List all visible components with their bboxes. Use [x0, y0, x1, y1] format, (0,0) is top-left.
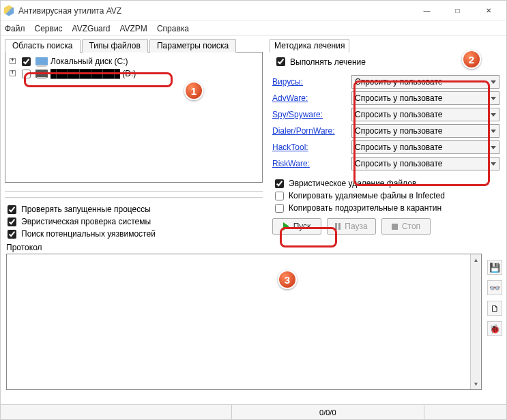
tab-search-params[interactable]: Параметры поиска — [149, 39, 236, 52]
left-tabs: Область поиска Типы файлов Параметры пои… — [5, 39, 263, 52]
start-label: Пуск — [293, 222, 311, 231]
threat-row-hacktool: HackTool: Спросить у пользовате — [272, 139, 499, 155]
scrollbar[interactable]: ▲ ▼ — [470, 254, 481, 389]
drive-tree[interactable]: Локальный диск (C:) ████████████ (D:) — [5, 52, 263, 183]
tree-row-c[interactable]: Локальный диск (C:) — [5, 55, 262, 68]
opt-copy-infected[interactable]: Копировать удаляемые файлы в Infected — [272, 190, 502, 202]
status-counts: 0/0/0 — [232, 405, 424, 419]
check-vulns[interactable] — [8, 230, 16, 239]
opt-heuristics[interactable]: Эвристическая проверка системы — [5, 215, 263, 228]
threat-grid: Вирусы: Спросить у пользовате AdvWare: С… — [270, 72, 502, 175]
side-toolbar: 💾 👓 🗋 🐞 — [487, 260, 502, 336]
protocol-label: Протокол — [1, 240, 506, 254]
chevron-down-icon — [491, 146, 496, 149]
start-button[interactable]: Пуск — [272, 218, 321, 235]
menu-help[interactable]: Справка — [157, 24, 189, 33]
expand-icon[interactable] — [10, 58, 16, 64]
label-heuristics: Эвристическая проверка системы — [21, 217, 151, 226]
app-icon — [3, 5, 14, 16]
status-bar: 0/0/0 — [1, 404, 506, 419]
menu-bar: Файл Сервис AVZGuard AVZPM Справка — [1, 21, 506, 36]
stop-button[interactable]: Стоп — [381, 218, 431, 235]
check-copy-quarantine[interactable] — [275, 204, 284, 213]
threat-row-advware: AdvWare: Спросить у пользовате — [272, 90, 499, 106]
tool-save[interactable]: 💾 — [487, 260, 502, 275]
pause-label: Пауза — [345, 222, 367, 231]
minimize-button[interactable]: — — [411, 1, 442, 21]
left-options: Проверять запущенные процессы Эвристичес… — [5, 203, 263, 240]
link-advware[interactable]: AdvWare: — [272, 93, 346, 103]
tree-check-c[interactable] — [22, 57, 31, 66]
select-advware[interactable]: Спросить у пользовате — [351, 91, 499, 105]
disk-icon — [35, 70, 48, 78]
label-processes: Проверять запущенные процессы — [21, 205, 151, 214]
divider — [5, 191, 263, 198]
opt-heuristic-delete[interactable]: Эвристическое удаление файлов — [272, 177, 502, 190]
link-riskware[interactable]: RiskWare: — [272, 159, 346, 168]
select-spyware[interactable]: Спросить у пользовате — [351, 108, 499, 121]
threat-row-virus: Вирусы: Спросить у пользовате — [272, 74, 499, 90]
tree-row-d[interactable]: ████████████ (D:) — [5, 68, 262, 80]
expand-icon[interactable] — [10, 70, 16, 76]
threat-row-dialer: Dialer/PornWare: Спросить у пользовате — [272, 123, 499, 139]
check-perform-treatment[interactable] — [276, 57, 285, 66]
tree-check-d[interactable] — [22, 70, 31, 78]
right-tabs: Методика лечения — [270, 39, 502, 52]
tab-file-types[interactable]: Типы файлов — [82, 39, 148, 52]
stop-label: Стоп — [402, 222, 420, 231]
opt-vulns[interactable]: Поиск потенциальных уязвимостей — [5, 228, 263, 240]
link-dialer[interactable]: Dialer/PornWare: — [272, 126, 346, 136]
extra-checks: Эвристическое удаление файлов Копировать… — [270, 177, 502, 214]
tab-search-area[interactable]: Область поиска — [5, 39, 81, 52]
select-riskware[interactable]: Спросить у пользовате — [351, 157, 499, 170]
link-spyware[interactable]: Spy/Spyware: — [272, 110, 346, 119]
select-dialer[interactable]: Спросить у пользовате — [351, 124, 499, 138]
chevron-down-icon — [491, 113, 496, 117]
tool-bug[interactable]: 🐞 — [487, 321, 502, 336]
menu-avzpm[interactable]: AVZPM — [119, 24, 147, 33]
check-processes[interactable] — [8, 205, 16, 214]
check-heuristics[interactable] — [8, 217, 16, 226]
play-icon — [283, 222, 289, 230]
tab-treatment-method[interactable]: Методика лечения — [270, 39, 349, 52]
close-button[interactable]: ✕ — [473, 1, 504, 21]
menu-avzguard[interactable]: AVZGuard — [72, 24, 111, 33]
check-heuristic-delete[interactable] — [275, 179, 284, 188]
status-cell-1 — [1, 405, 232, 419]
stop-icon — [392, 224, 398, 230]
tree-label-c: Локальный диск (C:) — [50, 57, 128, 66]
opt-copy-quarantine[interactable]: Копировать подозрительные в карантин — [272, 202, 502, 214]
label-heuristic-delete: Эвристическое удаление файлов — [289, 179, 416, 188]
scroll-up-icon[interactable]: ▲ — [471, 254, 481, 265]
label-copy-quarantine: Копировать подозрительные в карантин — [289, 203, 441, 213]
chevron-down-icon — [491, 162, 496, 166]
label-perform-treatment: Выполнять лечение — [290, 57, 366, 67]
maximize-button[interactable]: □ — [442, 1, 473, 21]
chevron-down-icon — [491, 80, 496, 84]
select-hacktool[interactable]: Спросить у пользовате — [351, 140, 499, 154]
scroll-down-icon[interactable]: ▼ — [471, 378, 481, 389]
threat-row-spyware: Spy/Spyware: Спросить у пользовате — [272, 106, 499, 123]
link-virus[interactable]: Вирусы: — [272, 77, 346, 87]
link-hacktool[interactable]: HackTool: — [272, 142, 346, 152]
menu-file[interactable]: Файл — [5, 24, 25, 33]
label-copy-infected: Копировать удаляемые файлы в Infected — [289, 191, 445, 200]
tree-label-d: ████████████ (D:) — [50, 69, 136, 78]
status-cell-3 — [424, 405, 506, 419]
pause-icon — [335, 223, 341, 230]
chevron-down-icon — [491, 97, 496, 100]
check-copy-infected[interactable] — [275, 192, 284, 200]
opt-processes[interactable]: Проверять запущенные процессы — [5, 203, 263, 215]
chevron-down-icon — [491, 130, 496, 133]
action-buttons: Пуск Пауза Стоп — [270, 218, 502, 235]
checkbox-perform-treatment[interactable]: Выполнять лечение — [274, 55, 502, 68]
label-vulns: Поиск потенциальных уязвимостей — [21, 229, 156, 239]
window-title: Антивирусная утилита AVZ — [18, 6, 121, 16]
title-bar: Антивирусная утилита AVZ — □ ✕ — [1, 1, 506, 21]
tool-glasses[interactable]: 👓 — [487, 280, 502, 295]
pause-button[interactable]: Пауза — [327, 218, 376, 235]
protocol-box[interactable]: ▲ ▼ — [6, 254, 482, 390]
menu-service[interactable]: Сервис — [35, 24, 63, 33]
tool-doc[interactable]: 🗋 — [487, 301, 502, 316]
select-virus[interactable]: Спросить у пользовате — [351, 75, 499, 89]
